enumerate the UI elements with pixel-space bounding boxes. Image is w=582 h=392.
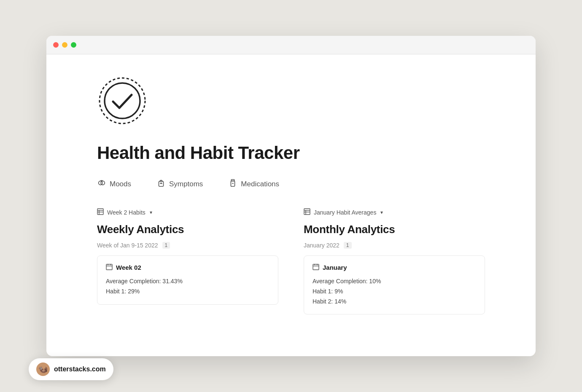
weekly-column: Week 2 Habits ▾ Weekly Analytics Week of… (97, 208, 278, 314)
monthly-stat-habit2: Habit 2: 14% (313, 297, 476, 307)
monthly-stat-habit1: Habit 1: 9% (313, 287, 476, 297)
weekly-subtitle-text: Week of Jan 9-15 2022 (97, 242, 158, 249)
analytics-grid: Week 2 Habits ▾ Weekly Analytics Week of… (97, 208, 485, 314)
weekly-card-icon (106, 263, 113, 271)
svg-point-0 (100, 78, 145, 124)
monthly-card-name: January (323, 264, 347, 271)
monthly-stat-avg: Average Completion: 10% (313, 277, 476, 287)
weekly-card-title: Week 02 (106, 263, 269, 271)
monthly-card-icon (313, 263, 319, 271)
maximize-button[interactable] (71, 42, 76, 48)
table-icon (97, 208, 104, 216)
symptoms-icon (156, 178, 166, 190)
nav-links: Moods Symptoms (97, 178, 485, 190)
weekly-stat-avg: Average Completion: 31.43% (106, 277, 269, 287)
close-button[interactable] (53, 42, 59, 48)
svg-point-1 (105, 83, 140, 118)
page-title: Health and Habit Tracker (97, 143, 485, 163)
monthly-table-icon (304, 208, 310, 216)
checkmark-circle-icon (97, 75, 148, 126)
weekly-chevron-icon: ▾ (150, 209, 152, 215)
svg-rect-15 (304, 209, 310, 215)
weekly-header-label: Week 2 Habits (107, 209, 146, 216)
weekly-section-title: Weekly Analytics (97, 223, 278, 236)
monthly-subtitle: January 2022 1 (304, 242, 485, 249)
moods-icon (97, 178, 106, 190)
symptoms-label: Symptoms (169, 180, 203, 188)
minimize-button[interactable] (62, 42, 67, 48)
monthly-card: January Average Completion: 10% Habit 1:… (304, 255, 485, 314)
weekly-stat-habit1: Habit 1: 29% (106, 287, 269, 297)
monthly-column: January Habit Averages ▾ Monthly Analyti… (304, 208, 485, 314)
nav-moods[interactable]: Moods (97, 178, 131, 190)
otter-emoji: 🦦 (38, 365, 48, 374)
app-icon-container (97, 75, 485, 128)
medications-label: Medications (241, 180, 279, 188)
weekly-subtitle: Week of Jan 9-15 2022 1 (97, 242, 278, 249)
svg-point-3 (101, 181, 105, 185)
monthly-header[interactable]: January Habit Averages ▾ (304, 208, 485, 216)
monthly-section-title: Monthly Analytics (304, 223, 485, 236)
svg-rect-11 (106, 264, 112, 270)
branding-avatar: 🦦 (36, 362, 50, 376)
monthly-card-title: January (313, 263, 476, 271)
monthly-header-label: January Habit Averages (314, 209, 376, 216)
svg-rect-19 (313, 264, 319, 270)
monthly-subtitle-text: January 2022 (304, 242, 340, 249)
branding-badge: 🦦 otterstacks.com (29, 358, 113, 380)
weekly-header[interactable]: Week 2 Habits ▾ (97, 208, 278, 216)
medications-icon (228, 178, 237, 190)
monthly-badge: 1 (344, 242, 352, 249)
weekly-card: Week 02 Average Completion: 31.43% Habit… (97, 255, 278, 305)
monthly-chevron-icon: ▾ (380, 209, 383, 215)
nav-medications[interactable]: Medications (228, 178, 279, 190)
nav-symptoms[interactable]: Symptoms (156, 178, 203, 190)
moods-label: Moods (110, 180, 131, 188)
page-content: Health and Habit Tracker Moods (46, 54, 536, 356)
title-bar (46, 36, 536, 54)
svg-rect-7 (97, 209, 103, 215)
branding-url: otterstacks.com (54, 365, 106, 373)
browser-window: Health and Habit Tracker Moods (46, 36, 536, 356)
traffic-lights (53, 42, 76, 48)
weekly-badge: 1 (162, 242, 170, 249)
weekly-card-name: Week 02 (116, 264, 141, 271)
svg-rect-6 (231, 181, 235, 186)
